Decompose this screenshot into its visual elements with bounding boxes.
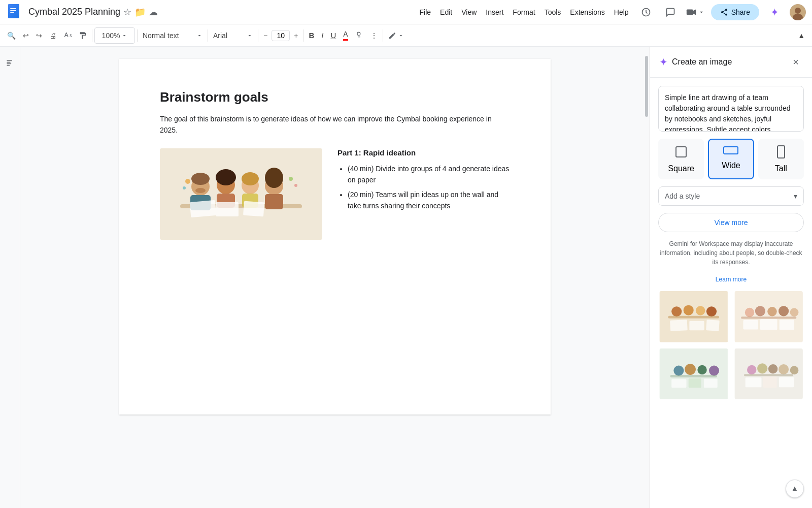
share-button[interactable]: Share: [711, 4, 759, 20]
tall-icon: [776, 145, 786, 161]
pen-tool-btn[interactable]: [385, 27, 407, 44]
menu-insert[interactable]: Insert: [482, 6, 507, 18]
zoom-selector[interactable]: 100%: [94, 27, 135, 44]
image-thumb-3[interactable]: [658, 347, 729, 401]
sidebar-outline-btn[interactable]: [4, 55, 17, 71]
scroll-to-top-btn[interactable]: ▲: [786, 480, 804, 498]
create-image-panel: ✦ Create an image × Simple line art draw…: [650, 47, 812, 508]
prompt-textarea[interactable]: Simple line art drawing of a team collab…: [658, 86, 804, 132]
image-thumb-1[interactable]: [658, 290, 729, 343]
svg-point-23: [216, 169, 236, 185]
folder-icon[interactable]: 📁: [134, 7, 146, 18]
svg-rect-3: [10, 10, 16, 11]
undo-btn[interactable]: ↩: [20, 27, 32, 44]
svg-rect-67: [689, 378, 701, 387]
dropdown-arrow-icon: ▾: [794, 192, 797, 200]
text-color-btn[interactable]: A: [340, 27, 351, 44]
bullet-item-1: (40 min) Divide into groups of 4 and gen…: [348, 163, 510, 186]
gemini-icon-btn[interactable]: ✦: [765, 3, 784, 21]
separator-4: [258, 29, 258, 42]
svg-rect-11: [358, 37, 360, 37]
svg-point-74: [790, 366, 798, 374]
svg-rect-2: [10, 8, 16, 9]
highlight-btn[interactable]: [352, 27, 366, 44]
star-icon[interactable]: ☆: [123, 7, 131, 18]
user-avatar[interactable]: [790, 4, 806, 20]
image-thumb-4[interactable]: [733, 347, 804, 401]
svg-rect-49: [706, 320, 720, 331]
svg-rect-16: [160, 148, 322, 240]
svg-point-43: [684, 305, 694, 315]
svg-rect-48: [689, 321, 704, 330]
svg-point-20: [191, 173, 210, 185]
font-size-input[interactable]: 10: [272, 30, 290, 41]
italic-btn[interactable]: I: [318, 27, 326, 44]
style-selector[interactable]: Normal text: [140, 27, 206, 44]
team-illustration[interactable]: [160, 148, 322, 240]
shape-square[interactable]: Square: [658, 139, 704, 179]
svg-point-64: [709, 365, 719, 375]
doc-image-section: Part 1: Rapid ideation (40 min) Divide i…: [160, 148, 510, 240]
svg-rect-57: [743, 320, 758, 329]
svg-point-52: [755, 306, 765, 316]
svg-point-62: [685, 364, 696, 375]
view-more-btn[interactable]: View more: [658, 213, 804, 232]
font-selector[interactable]: Arial: [210, 27, 256, 44]
menu-extensions[interactable]: Extensions: [566, 6, 608, 18]
svg-point-53: [767, 307, 776, 316]
svg-rect-15: [7, 65, 10, 66]
svg-rect-14: [7, 64, 11, 65]
svg-point-63: [697, 365, 706, 374]
print-btn[interactable]: 🖨: [46, 27, 59, 44]
svg-point-54: [779, 306, 789, 316]
menu-view[interactable]: View: [457, 6, 481, 18]
image-thumb-2[interactable]: [733, 290, 804, 343]
redo-btn[interactable]: ↪: [33, 27, 45, 44]
bold-btn[interactable]: B: [306, 27, 317, 44]
spellcheck-btn[interactable]: [60, 27, 75, 44]
separator-1: [92, 29, 92, 42]
panel-body: Simple line art drawing of a team collab…: [650, 78, 812, 508]
separator-3: [208, 29, 208, 42]
part-title: Part 1: Rapid ideation: [337, 148, 510, 157]
shape-tall[interactable]: Tall: [758, 139, 804, 179]
menu-tools[interactable]: Tools: [540, 6, 565, 18]
svg-rect-66: [671, 379, 686, 388]
underline-btn[interactable]: U: [327, 27, 339, 44]
menu-edit[interactable]: Edit: [436, 6, 456, 18]
doc-text-content: Part 1: Rapid ideation (40 min) Divide i…: [337, 148, 510, 215]
svg-point-55: [790, 308, 798, 317]
search-toolbar-btn[interactable]: 🔍: [4, 27, 19, 44]
panel-close-btn[interactable]: ×: [789, 55, 803, 69]
menu-file[interactable]: File: [416, 6, 435, 18]
history-icon-btn[interactable]: [637, 3, 655, 21]
learn-more-link[interactable]: Learn more: [658, 276, 804, 283]
cloud-icon[interactable]: ☁: [149, 7, 158, 18]
comments-icon-btn[interactable]: [661, 3, 680, 21]
separator-6: [383, 29, 383, 42]
shape-wide[interactable]: Wide: [708, 139, 754, 179]
font-size-decrease[interactable]: −: [260, 27, 270, 44]
menu-help[interactable]: Help: [610, 6, 633, 18]
panel-title-icon: ✦: [659, 56, 668, 68]
svg-point-42: [671, 306, 682, 316]
doc-title[interactable]: Cymbal 2025 Planning: [28, 7, 120, 17]
collapse-toolbar-btn[interactable]: ▲: [795, 27, 808, 44]
style-dropdown[interactable]: Add a style ▾: [658, 186, 804, 206]
font-size-increase[interactable]: +: [291, 27, 301, 44]
svg-point-34: [185, 179, 190, 184]
font-value: Arial: [213, 31, 227, 40]
bullet-list: (40 min) Divide into groups of 4 and gen…: [337, 163, 510, 212]
svg-rect-46: [668, 316, 719, 319]
svg-rect-59: [779, 320, 794, 330]
svg-rect-38: [676, 147, 686, 157]
more-formatting-btn[interactable]: ⋮: [367, 27, 381, 44]
paint-format-btn[interactable]: [76, 27, 90, 44]
top-right-actions: Share ✦: [637, 3, 806, 21]
svg-rect-58: [760, 319, 777, 330]
doc-body-text: The goal of this brainstorm is to genera…: [160, 113, 510, 136]
menu-format[interactable]: Format: [509, 6, 539, 18]
menu-items: File Edit View Insert Format Tools Exten…: [416, 6, 633, 18]
svg-rect-39: [724, 147, 738, 154]
meet-icon-area[interactable]: [686, 7, 705, 18]
